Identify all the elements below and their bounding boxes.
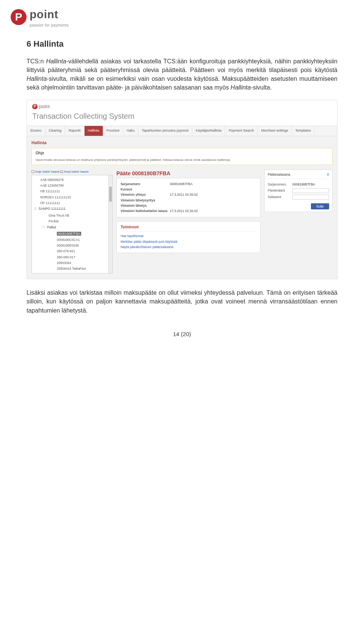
text: -välilehdellä asiakas voi tarkastella TC…: [27, 58, 337, 73]
tree-leaf[interactable]: OP 11111111: [34, 200, 110, 206]
main-nav: EtusivuClearingRaportitHallintaProvisiot…: [27, 126, 337, 136]
app-title: Transaction Collecting System: [27, 111, 337, 126]
tree-listbox[interactable]: AAB 095009278AAB 123456789HB 11111111NOR…: [31, 175, 113, 273]
tree-leaf[interactable]: Gina Tricot AB: [42, 213, 108, 218]
tree-column: -Sulje kaikki haarat +Avaa kaikki haarat…: [31, 170, 113, 274]
nav-tab[interactable]: Raportit: [65, 126, 85, 135]
tree-leaf[interactable]: Pa-ikat: [42, 218, 108, 224]
tree-leaf[interactable]: AAB 095009278: [34, 177, 110, 182]
tree-leaf[interactable]: NORDEA 111111110: [34, 194, 110, 200]
brand-name: point: [30, 6, 69, 23]
detail-row: Sarjanumero0008190B7FBA: [121, 181, 256, 187]
password-panel: Päätesalasana X Sarjanumero0008190B7FBAP…: [264, 170, 333, 212]
text: -sivulta, mikäli se on esimerkiksi vain …: [27, 75, 337, 91]
tree-leaf[interactable]: AAB 123456789: [34, 182, 110, 188]
field-label: Sarjanumero: [268, 182, 292, 187]
password-field-row: Päivämäärä: [268, 187, 329, 194]
scrollbar[interactable]: [108, 175, 112, 273]
text: -sivulta.: [251, 84, 271, 91]
scrollbar-thumb[interactable]: [109, 187, 112, 202]
intro-paragraph: TCS:n Hallinta-välilehdellä asiakas voi …: [27, 57, 337, 92]
close-button[interactable]: Sulje: [311, 203, 329, 209]
terminal-title: Pääte 0008190B7FBA: [116, 170, 260, 177]
tree-leaf[interactable]: 280-090-017: [51, 254, 105, 260]
detail-row: Kuvaus: [121, 187, 256, 192]
action-link[interactable]: Näytä päiväkohtainen päätesalasana: [121, 244, 256, 250]
expand-icon: +: [60, 170, 63, 173]
brand-header: P point passion for payments: [0, 0, 364, 31]
italic-term: Hallinta: [46, 58, 66, 64]
nav-tab[interactable]: Merchant settings: [258, 126, 292, 135]
detail-label: Sarjanumero: [121, 182, 170, 186]
nav-tab[interactable]: Tapahtumien peruutus pyynnöt: [138, 126, 192, 135]
detail-value: 0008190B7FBA: [170, 182, 256, 186]
page-section-title: Hallinta: [31, 140, 333, 146]
terminal-details-panel: Sarjanumero0008190B7FBAKuvausViimeisin y…: [116, 178, 260, 217]
nav-tab[interactable]: Haku: [123, 126, 138, 135]
section-heading: 6 Hallinta: [27, 38, 337, 50]
text-input[interactable]: [292, 195, 329, 200]
expand-all-link[interactable]: Avaa kaikki haarat: [64, 170, 88, 173]
detail-label: Viimeisin kieltoluettelon lataus: [121, 209, 170, 213]
text-input[interactable]: [292, 188, 329, 193]
password-field-row: Sarjanumero0008190B7FBA: [268, 181, 329, 187]
tree-leaf[interactable]: 29506416 TaikaPaxi: [51, 266, 105, 272]
actions-panel: Toiminnot Hae tapahtumatMerkitse pääte t…: [116, 221, 260, 253]
nav-tab[interactable]: Hallinta: [85, 126, 103, 135]
nav-tab[interactable]: Clearing: [46, 126, 66, 135]
actions-header: Toiminnot: [121, 225, 256, 232]
action-link[interactable]: Merkitse pääte tilapäisesti pois käytöst…: [121, 239, 256, 244]
logo-text: point passion for payments: [30, 6, 69, 28]
close-icon[interactable]: X: [327, 172, 329, 177]
brand-tagline: passion for payments: [30, 23, 69, 28]
help-header: Ohje: [36, 151, 328, 156]
detail-label: Kuvaus: [121, 187, 170, 192]
detail-label: Viimeisin yhteys: [121, 192, 170, 197]
tree-branch[interactable]: Palkat0008190B7FBA0008190C0CA10008190E02…: [42, 224, 108, 273]
tree-leaf[interactable]: 280-078-821: [51, 248, 105, 254]
password-column: Päätesalasana X Sarjanumero0008190B7FBAP…: [264, 170, 333, 212]
detail-value: 17.3.2011 02:26:02: [170, 192, 256, 197]
action-link[interactable]: Hae tapahtumat: [121, 233, 256, 239]
nav-tab[interactable]: Payment Search: [225, 126, 258, 135]
help-text: Vasemmalla olevassa listassa on listattu…: [36, 158, 328, 162]
field-label: Salasana: [268, 195, 292, 199]
field-label: Päivämäärä: [268, 188, 292, 193]
detail-label: Viimeisin lähetys: [121, 203, 170, 208]
detail-column: Pääte 0008190B7FBA Sarjanumero0008190B7F…: [116, 170, 260, 253]
tree-leaf[interactable]: 0008190E0246: [51, 243, 105, 248]
italic-term: Hallinta: [27, 75, 47, 82]
field-value: 0008190B7FBA: [292, 182, 315, 187]
logo-mark-icon: P: [11, 9, 27, 25]
tree-branch[interactable]: SAMPO 11111111Gina Tricot ABPa-ikatPalka…: [34, 206, 110, 273]
tree-leaf[interactable]: 0008190C0CA1: [51, 237, 105, 242]
italic-term: Hallinta: [231, 84, 251, 91]
detail-label: Viimeisin lähetysyritys: [121, 198, 170, 203]
detail-row: Viimeisin lähetys: [121, 203, 256, 208]
tree-leaf[interactable]: 29510512 Uusmodeemi Taikapaxi: [51, 272, 105, 273]
detail-row: Viimeisin kieltoluettelon lataus17.3.201…: [121, 208, 256, 214]
text: TCS:n: [27, 58, 46, 64]
embedded-screenshot: P point Transaction Collecting System Et…: [27, 100, 337, 280]
detail-value: 17.3.2011 02:26.02: [170, 209, 256, 213]
tree-toggle-links: -Sulje kaikki haarat +Avaa kaikki haarat: [31, 170, 113, 174]
page-number: 14 (20): [27, 330, 337, 338]
nav-tab[interactable]: Käyttäjienhallinta: [192, 126, 225, 135]
app-logo-icon: P: [32, 104, 38, 109]
tree-leaf[interactable]: 29503344: [51, 260, 105, 266]
tree-leaf[interactable]: 0008190B7FBA: [51, 231, 105, 237]
detail-row: Viimeisin yhteys17.3.2011 02:26:02: [121, 192, 256, 197]
help-box: Ohje Vasemmalla olevassa listassa on lis…: [31, 148, 333, 165]
nav-tab[interactable]: Etusivu: [27, 126, 46, 135]
outro-paragraph: Lisäksi asiakas voi tarkistaa milloin ma…: [27, 288, 337, 315]
password-panel-header: Päätesalasana: [268, 172, 290, 177]
nav-tab[interactable]: Provisiot: [103, 126, 124, 135]
tree-leaf[interactable]: HB 11111111: [34, 189, 110, 194]
collapse-icon: -: [31, 170, 34, 173]
nav-tab[interactable]: Templates: [292, 126, 315, 135]
detail-value: [170, 203, 256, 208]
detail-row: Viimeisin lähetysyritys: [121, 198, 256, 203]
detail-value: [170, 187, 256, 192]
app-logo: P point: [27, 100, 337, 111]
collapse-all-link[interactable]: Sulje kaikki haarat: [35, 170, 60, 173]
